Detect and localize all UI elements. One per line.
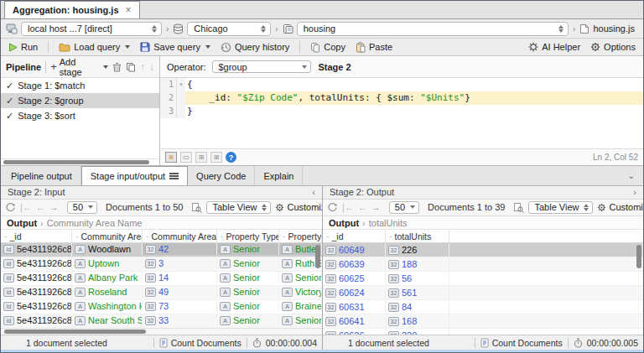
help-icon[interactable]: ? bbox=[226, 152, 236, 163]
table-cell[interactable]: AWoodlawn bbox=[72, 243, 143, 255]
page-size-select[interactable]: 50 bbox=[67, 201, 97, 214]
column-header[interactable]: ·_id bbox=[323, 230, 386, 242]
close-icon[interactable]: × bbox=[126, 4, 132, 16]
next-page-icon[interactable]: → bbox=[371, 202, 381, 212]
collection-select[interactable]: housing bbox=[297, 22, 569, 36]
table-row[interactable]: id5e4311926c8b8ARoseland3249ASeniorAVict… bbox=[1, 286, 322, 300]
table-cell[interactable]: ASenior bbox=[217, 243, 279, 255]
table-row[interactable]: id5e4311926c8b8AAlbany Park3214ASeniorAS… bbox=[1, 272, 322, 286]
first-page-icon[interactable]: |← bbox=[20, 202, 32, 212]
customize-view-button[interactable]: Customize view bbox=[275, 202, 322, 212]
duplicate-stage-button[interactable] bbox=[126, 62, 136, 72]
tab-stage-input-output[interactable]: Stage input/output bbox=[81, 166, 188, 185]
table-cell[interactable]: 3260641 bbox=[323, 314, 386, 328]
pipeline-stage[interactable]: ✓Stage 3: $sort bbox=[1, 108, 159, 123]
column-header[interactable]: ·totalUnits bbox=[386, 230, 449, 242]
table-row[interactable]: id5e4311926c8b8AUptown323ASeniorARuth Sh bbox=[1, 257, 322, 272]
fold-marker-icon[interactable]: ▾ bbox=[177, 78, 185, 91]
table-cell[interactable]: 3260626 bbox=[323, 329, 386, 335]
table-cell[interactable]: 3233 bbox=[143, 314, 217, 326]
table-cell[interactable]: id5e4311926c8b8 bbox=[1, 300, 72, 312]
table-cell[interactable]: ASenior bbox=[217, 257, 279, 269]
refresh-icon[interactable] bbox=[5, 202, 16, 213]
stage-checkbox-icon[interactable]: ✓ bbox=[6, 111, 13, 122]
table-row[interactable]: 326063932188 bbox=[323, 257, 643, 272]
input-horizontal-scrollbar[interactable] bbox=[1, 328, 322, 335]
find-in-results-icon[interactable] bbox=[513, 202, 524, 213]
stage-checkbox-icon[interactable]: ✓ bbox=[6, 96, 13, 106]
ai-helper-button[interactable]: AI Helper bbox=[526, 39, 583, 55]
pipeline-stage[interactable]: ✓Stage 1: $match bbox=[1, 78, 159, 93]
previous-page-icon[interactable]: ← bbox=[358, 202, 367, 212]
code-line[interactable]: 3} bbox=[160, 105, 643, 118]
next-page-icon[interactable]: → bbox=[49, 202, 59, 212]
table-cell[interactable]: ASenior bbox=[217, 286, 279, 298]
previous-page-icon[interactable]: ← bbox=[36, 202, 45, 212]
vertical-scrollbar[interactable] bbox=[315, 245, 320, 268]
table-cell[interactable]: id5e4311926c8b8 bbox=[1, 272, 72, 283]
code-line[interactable]: 2 _id: "$Zip Code", totalUnits: { $sum: … bbox=[160, 91, 643, 105]
table-cell[interactable]: 3256 bbox=[386, 272, 449, 285]
table-cell[interactable]: 3242 bbox=[143, 243, 217, 255]
table-cell[interactable]: ASenior bbox=[217, 314, 279, 326]
table-cell[interactable]: 32226 bbox=[386, 243, 449, 257]
refresh-icon[interactable] bbox=[327, 202, 338, 213]
code-text[interactable]: _id: "$Zip Code", totalUnits: { $sum: "$… bbox=[185, 91, 643, 105]
column-header[interactable]: ·_id bbox=[1, 230, 72, 242]
table-cell[interactable]: ASenior S bbox=[279, 314, 322, 326]
load-query-button[interactable]: Load query bbox=[56, 39, 132, 55]
table-cell[interactable]: AUptown bbox=[72, 257, 143, 269]
table-cell[interactable]: 3260631 bbox=[323, 300, 386, 314]
table-cell[interactable]: 3214 bbox=[143, 272, 217, 283]
operator-select[interactable]: $group bbox=[212, 60, 311, 73]
copy-button[interactable]: Copy bbox=[308, 39, 348, 55]
table-cell[interactable]: ARoseland bbox=[72, 286, 143, 298]
table-cell[interactable]: 3260639 bbox=[323, 257, 386, 271]
expand-all-icon[interactable]: ⊞ bbox=[210, 152, 222, 163]
table-row[interactable]: id5e4311926c8b8AWashington Heigh3273ASen… bbox=[1, 300, 322, 314]
count-documents-button[interactable]: Count Documents bbox=[480, 338, 563, 348]
view-mode-select[interactable]: Table View bbox=[206, 201, 271, 214]
move-stage-down-button[interactable]: ↓ bbox=[149, 61, 154, 73]
table-cell[interactable]: 3260624 bbox=[323, 286, 386, 299]
code-editor[interactable]: 1▾{2 _id: "$Zip Code", totalUnits: { $su… bbox=[160, 78, 643, 148]
column-header[interactable]: ·Property Na bbox=[279, 230, 322, 242]
table-cell[interactable]: AVictory bbox=[279, 286, 322, 298]
table-cell[interactable]: 32561 bbox=[386, 286, 449, 299]
delete-stage-button[interactable] bbox=[112, 62, 122, 72]
table-cell[interactable]: 32188 bbox=[386, 257, 449, 271]
tab-aggregation-housing[interactable]: Aggregation: housing.js × bbox=[4, 1, 140, 18]
scrollbar-thumb[interactable] bbox=[3, 160, 149, 164]
table-cell[interactable]: ANear South Side bbox=[72, 314, 143, 326]
collapse-panel-icon[interactable]: ‹ bbox=[312, 187, 315, 197]
table-cell[interactable]: ABrainerd bbox=[279, 300, 322, 312]
move-stage-up-button[interactable]: ↑ bbox=[140, 61, 145, 73]
table-cell[interactable]: id5e4311926c8b8 bbox=[1, 243, 72, 255]
table-row[interactable]: id5e4311926c8b8ANear South Side3233ASeni… bbox=[1, 314, 322, 328]
table-row[interactable]: 326064932226 bbox=[323, 243, 643, 257]
table-cell[interactable]: 3249 bbox=[143, 286, 217, 298]
first-page-icon[interactable]: |← bbox=[342, 202, 354, 212]
run-button[interactable]: Run bbox=[6, 39, 40, 55]
table-cell[interactable]: 3273 bbox=[143, 300, 217, 312]
table-row[interactable]: 32606313284 bbox=[323, 300, 643, 314]
pipeline-stage[interactable]: ✓Stage 2: $group bbox=[1, 93, 159, 108]
table-cell[interactable]: id5e4311926c8b8 bbox=[1, 257, 72, 269]
expand-panel-icon[interactable]: › bbox=[633, 187, 636, 197]
tabbar-chevron-down-icon[interactable]: ⌄ bbox=[628, 171, 635, 180]
database-select[interactable]: Chicago bbox=[187, 22, 271, 36]
customize-view-button[interactable]: Customize view bbox=[597, 202, 643, 212]
table-row[interactable]: 32606253256 bbox=[323, 272, 643, 286]
table-cell[interactable]: 3284 bbox=[386, 300, 449, 314]
format-option-icon[interactable]: ≋ bbox=[165, 152, 177, 163]
page-size-select[interactable]: 50 bbox=[389, 201, 419, 214]
expand-one-icon[interactable]: ⊞ bbox=[195, 152, 207, 163]
table-cell[interactable]: 323 bbox=[143, 257, 217, 269]
code-text[interactable]: { bbox=[185, 78, 643, 91]
table-cell[interactable]: ASenior S bbox=[279, 272, 322, 283]
tab-pipeline-output[interactable]: Pipeline output bbox=[3, 166, 81, 185]
column-header[interactable]: ·Property Type bbox=[217, 230, 279, 242]
table-row[interactable]: id5e4311926c8b8AWoodlawn3242ASeniorAButl… bbox=[1, 243, 322, 257]
table-cell[interactable]: ASenior bbox=[217, 272, 279, 283]
view-mode-select[interactable]: Table View bbox=[528, 201, 593, 214]
